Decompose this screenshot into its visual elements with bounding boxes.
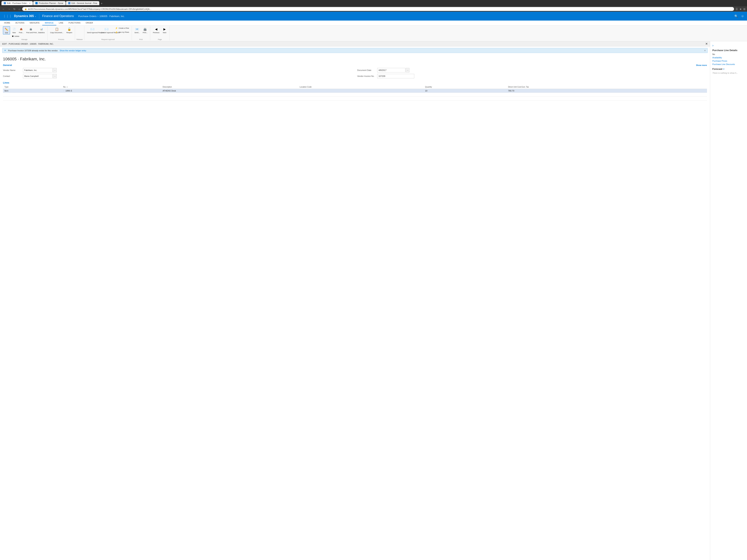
post-print-label: Post and Print... <box>26 32 35 33</box>
search-icon[interactable]: 🔍 <box>735 15 738 18</box>
tab-icon-1 <box>4 2 6 4</box>
vendor-invoice-no-field: Vendor Invoice No. <box>357 74 707 78</box>
request-approval-group-label: Request Approval <box>101 38 114 41</box>
purchase-prices-link[interactable]: Purchase Prices <box>712 60 745 62</box>
delete-button[interactable]: ✖ Delete <box>11 34 46 38</box>
new-button[interactable]: 📄 New <box>11 26 18 34</box>
next-button[interactable]: ▶ Next <box>161 26 168 34</box>
browser-tab-3[interactable]: Edit - General Journal - Fina <box>66 1 99 5</box>
contact-ellipsis-button[interactable]: ··· <box>53 74 57 78</box>
reopen-button[interactable]: 🔓 Reopen <box>66 26 74 34</box>
purchase-line-discounts-link[interactable]: Purchase Line Discounts <box>712 63 745 65</box>
purchase-line-details-title[interactable]: Purchase Line Details <box>712 49 745 52</box>
cancel-approval-button[interactable]: ✉️ Cancel Approval Request <box>100 26 113 34</box>
ribbon-tab-home[interactable]: HOME <box>1 21 13 25</box>
ribbon-tab-functions[interactable]: FUNCTIONS <box>66 21 83 25</box>
see-flows-icon: ⚡ <box>115 31 118 33</box>
document-date-input-wrapper: ··· <box>377 68 409 73</box>
favorites-icon[interactable]: ⊞ <box>743 7 746 10</box>
ribbon-tab-manage[interactable]: MANAGE <box>42 21 56 25</box>
url-text: dir2017inccronusus.financials.dynamics.c… <box>28 8 732 10</box>
bookmark-icon[interactable]: ★ <box>740 7 742 10</box>
vendor-invoice-no-input[interactable] <box>377 74 414 78</box>
forecast-chevron-icon[interactable]: ∨ <box>723 68 724 70</box>
row-unit-cost: 780.70 <box>507 89 707 93</box>
print-label: Print... <box>143 32 148 33</box>
main-area: EDIT - PURCHASE ORDER - 106005 · FABRIKA… <box>0 41 747 560</box>
close-page-button[interactable]: ✕ <box>705 42 708 46</box>
forecast-section: Forecast ∨ There is nothing to show h... <box>712 68 745 74</box>
post-button[interactable]: 📤 Post... <box>18 26 25 34</box>
table-row[interactable]: Item ···1896-S ATHENS Desk 10 780.70 <box>3 89 707 93</box>
document-date-input[interactable] <box>377 68 405 73</box>
ribbon-tab-line[interactable]: LINE <box>56 21 66 25</box>
user-icon[interactable]: ☺ <box>741 15 744 18</box>
app-name-chevron[interactable]: ⌄ <box>35 15 36 17</box>
create-flow-button[interactable]: ⚡ Create a Flow <box>114 26 130 30</box>
post-print-button[interactable]: 🖨️ Post and Print... <box>25 26 37 34</box>
process-buttons: 📋 Copy Document... 🔓 Reopen <box>49 26 74 38</box>
col-no[interactable]: No. ⬍ <box>62 85 161 89</box>
previous-button[interactable]: ◀ Previous <box>152 26 160 34</box>
tab-close-1[interactable]: ✕ <box>29 2 31 4</box>
post-print-icon: 🖨️ <box>29 27 33 31</box>
address-bar-row: ← → ↻ ⌂ 🔒 dir2017inccronusus.financials.… <box>0 6 747 12</box>
availability-link[interactable]: Availability <box>712 56 745 59</box>
home-button[interactable]: ⌂ <box>18 7 21 11</box>
ribbon-group-manage: ✏️ Edit 📄 New 📤 Post... <box>1 26 48 41</box>
copy-document-button[interactable]: 📋 Copy Document... <box>49 26 65 34</box>
send-approval-label: Send Approval Request <box>87 32 98 33</box>
close-notification-button[interactable]: ✕ <box>4 49 6 52</box>
notification-expand-icon[interactable]: ∨ <box>704 49 706 52</box>
release-group-label: Release <box>77 38 83 41</box>
dynamics-365-label: Dynamics 365 <box>14 15 34 18</box>
vendor-name-input[interactable] <box>23 68 53 73</box>
browser-tab-1[interactable]: Edit - Purchase Order - ✕ <box>1 1 33 5</box>
page-header-label: EDIT - PURCHASE ORDER - 106005 · FABRIKA… <box>2 43 54 45</box>
browser-actions: ☰ ★ ⊞ <box>736 7 746 10</box>
document-date-ellipsis-button[interactable]: ··· <box>406 68 409 73</box>
address-bar[interactable]: 🔒 dir2017inccronusus.financials.dynamics… <box>22 7 734 11</box>
print-button[interactable]: 🖨️ Print... <box>141 26 149 34</box>
new-icon: 📄 <box>12 27 16 31</box>
page-header-bar: EDIT - PURCHASE ORDER - 106005 · FABRIKA… <box>0 41 710 47</box>
ribbon-tab-order[interactable]: ORDER <box>83 21 96 25</box>
refresh-button[interactable]: ↻ <box>12 7 16 11</box>
edit-button[interactable]: ✏️ Edit <box>3 26 10 34</box>
vendor-name-ellipsis-button[interactable]: ··· <box>53 68 57 73</box>
breadcrumb-parent[interactable]: Purchase Orders <box>78 15 97 18</box>
row-dots-button[interactable]: ··· <box>63 90 65 92</box>
side-panel-expand-icon[interactable]: › <box>712 44 714 47</box>
page-group-label: Page <box>158 38 162 41</box>
tab-label-2: Production Planner - Dynar <box>39 2 63 4</box>
show-more-button[interactable]: Show more <box>696 64 707 66</box>
ribbon-group-process: 📋 Copy Document... 🔓 Reopen Process <box>48 26 75 41</box>
forward-button[interactable]: → <box>7 7 11 11</box>
lines-table-header: Type No. ⬍ Description Location Code Qua… <box>3 85 707 89</box>
send-button[interactable]: 📧 Send... <box>133 26 141 34</box>
record-header: 106005 · Fabrikam, Inc. <box>0 54 710 62</box>
browser-tab-2[interactable]: Production Planner - Dynar <box>33 1 66 5</box>
statistics-button[interactable]: 📊 Statistics <box>37 26 46 34</box>
back-button[interactable]: ← <box>1 7 5 11</box>
extensions-icon[interactable]: ☰ <box>736 7 738 10</box>
breadcrumb-current: 106005 · Fabrikam, Inc. <box>99 15 125 18</box>
ribbon: HOME ACTIONS NAVIGATE MANAGE LINE FUNCTI… <box>0 21 747 41</box>
contact-input[interactable] <box>23 74 53 78</box>
notification-link[interactable]: Show the vendor ledger entry <box>60 49 86 52</box>
waffle-icon[interactable]: ⋮⋮⋮ <box>3 15 12 18</box>
see-flows-button[interactable]: ⚡ See my Flows <box>114 30 130 34</box>
module-name: Finance and Operations <box>42 15 74 18</box>
send-approval-button[interactable]: ✉️ Send Approval Request <box>86 26 99 34</box>
general-section: General Show more Vendor Name ··· Docume… <box>0 62 710 80</box>
ribbon-tab-navigate[interactable]: NAVIGATE <box>27 21 42 25</box>
forecast-label: Forecast <box>712 68 722 70</box>
new-tab-button[interactable]: + <box>100 2 104 5</box>
ribbon-tab-actions[interactable]: ACTIONS <box>13 21 27 25</box>
ribbon-group-request-approval: ✉️ Send Approval Request ✉️ Cancel Appro… <box>84 26 132 41</box>
previous-icon: ◀ <box>154 27 158 31</box>
col-description: Description <box>161 85 298 89</box>
forecast-title[interactable]: Forecast ∨ <box>712 68 745 70</box>
general-section-header: General Show more <box>3 64 707 66</box>
breadcrumb-separator: > <box>97 15 99 18</box>
